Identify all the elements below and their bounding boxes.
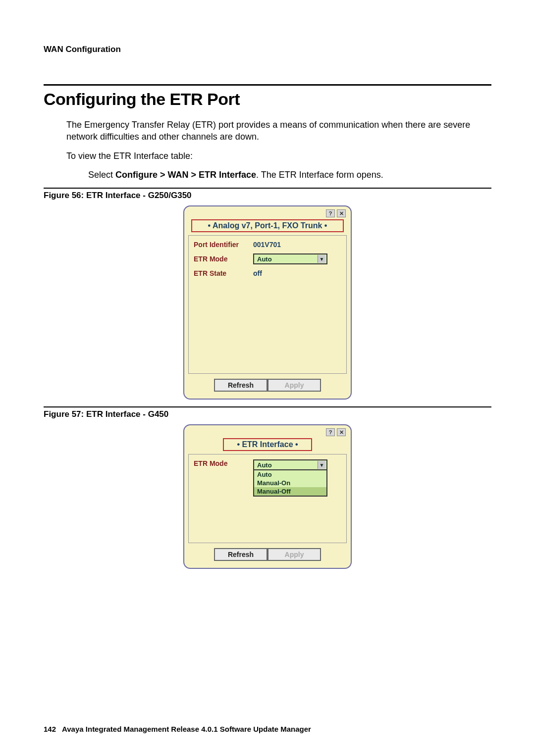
divider-top bbox=[44, 84, 491, 86]
option-manual-off[interactable]: Manual-Off bbox=[254, 487, 326, 496]
close-icon[interactable]: ✕ bbox=[337, 428, 346, 436]
etr-mode-select-g450[interactable]: Auto ▼ bbox=[253, 459, 327, 470]
row-port-identifier: Port Identifier 001V701 bbox=[194, 241, 341, 249]
etr-mode-label-g450: ETR Mode bbox=[194, 459, 253, 467]
panel57-title: • ETR Interface • bbox=[223, 438, 312, 451]
row-etr-mode-g450: ETR Mode Auto ▼ Auto Manual-On Manual-Of… bbox=[194, 459, 341, 497]
option-auto[interactable]: Auto bbox=[254, 470, 326, 479]
refresh-button[interactable]: Refresh bbox=[214, 548, 268, 561]
help-icon[interactable]: ? bbox=[326, 209, 335, 217]
footer-text: Avaya Integrated Management Release 4.0.… bbox=[62, 725, 311, 733]
step-suffix: . The ETR Interface form opens. bbox=[256, 170, 383, 180]
help-icon[interactable]: ? bbox=[326, 428, 335, 436]
fig56-container: ? ✕ • Analog v7, Port-1, FXO Trunk • Por… bbox=[44, 205, 491, 400]
step-line: Select Configure > WAN > ETR Interface. … bbox=[88, 169, 491, 181]
chevron-down-icon: ▼ bbox=[318, 255, 325, 263]
chevron-down-icon: ▼ bbox=[318, 461, 325, 469]
etr-panel-g250: ? ✕ • Analog v7, Port-1, FXO Trunk • Por… bbox=[183, 205, 352, 400]
panel56-icons: ? ✕ bbox=[188, 209, 347, 219]
panel57-buttons: Refresh Apply bbox=[188, 548, 347, 561]
apply-button[interactable]: Apply bbox=[268, 379, 321, 392]
etr-mode-label: ETR Mode bbox=[194, 255, 253, 263]
panel56-buttons: Refresh Apply bbox=[188, 379, 347, 392]
divider-fig56-top bbox=[44, 188, 491, 189]
etr-panel-g450: ? ✕ • ETR Interface • ETR Mode Auto ▼ Au… bbox=[183, 424, 352, 569]
panel56-inner: Port Identifier 001V701 ETR Mode Auto ▼ … bbox=[188, 235, 347, 374]
panel57-icons: ? ✕ bbox=[188, 428, 347, 438]
etr-state-value: off bbox=[253, 269, 262, 277]
fig56-caption: Figure 56: ETR Interface - G250/G350 bbox=[44, 191, 491, 201]
port-identifier-value: 001V701 bbox=[253, 241, 281, 249]
step-bold: Configure > WAN > ETR Interface bbox=[115, 170, 256, 180]
fig57-caption: Figure 57: ETR Interface - G450 bbox=[44, 409, 491, 419]
page-header: WAN Configuration bbox=[44, 45, 491, 54]
lead-paragraph: To view the ETR Interface table: bbox=[66, 150, 491, 162]
row-etr-mode: ETR Mode Auto ▼ bbox=[194, 253, 341, 264]
etr-mode-select[interactable]: Auto ▼ bbox=[253, 253, 327, 264]
intro-paragraph: The Emergency Transfer Relay (ETR) port … bbox=[66, 119, 491, 143]
row-etr-state: ETR State off bbox=[194, 269, 341, 277]
port-identifier-label: Port Identifier bbox=[194, 241, 253, 249]
page-footer: 142 Avaya Integrated Management Release … bbox=[44, 725, 311, 733]
close-icon[interactable]: ✕ bbox=[337, 209, 346, 217]
panel56-title: • Analog v7, Port-1, FXO Trunk • bbox=[191, 219, 344, 232]
panel57-inner: ETR Mode Auto ▼ Auto Manual-On Manual-Of… bbox=[188, 454, 347, 543]
etr-state-label: ETR State bbox=[194, 269, 253, 277]
etr-mode-value: Auto bbox=[257, 255, 272, 263]
page-number: 142 bbox=[44, 725, 56, 733]
page-title: Configuring the ETR Port bbox=[44, 90, 491, 109]
apply-button[interactable]: Apply bbox=[268, 548, 321, 561]
step-prefix: Select bbox=[88, 170, 115, 180]
etr-mode-dropdown[interactable]: Auto Manual-On Manual-Off bbox=[253, 469, 327, 497]
fig57-container: ? ✕ • ETR Interface • ETR Mode Auto ▼ Au… bbox=[44, 424, 491, 569]
divider-fig57-top bbox=[44, 406, 491, 407]
etr-mode-value-g450: Auto bbox=[257, 461, 272, 469]
option-manual-on[interactable]: Manual-On bbox=[254, 479, 326, 487]
refresh-button[interactable]: Refresh bbox=[214, 379, 268, 392]
